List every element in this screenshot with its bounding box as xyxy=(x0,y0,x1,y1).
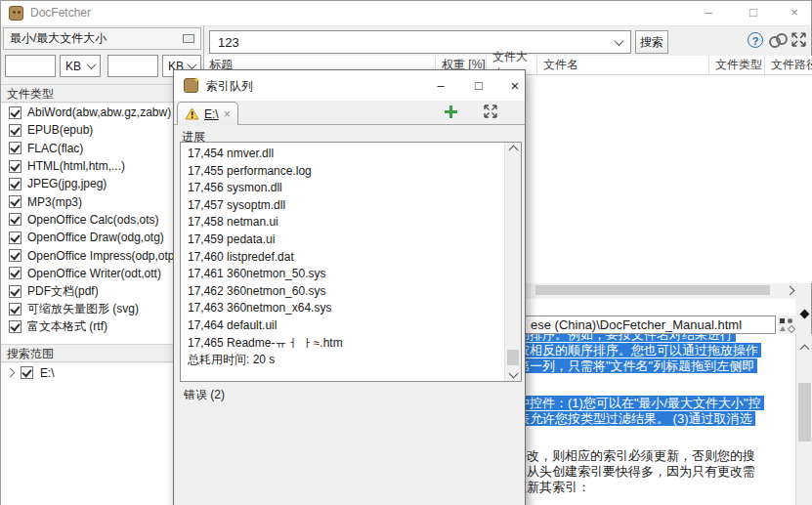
column-header-filetype[interactable]: 文件类型 xyxy=(709,56,765,74)
preferences-gear-icon[interactable] xyxy=(769,33,789,47)
checkbox-checked-icon[interactable] xyxy=(9,178,21,190)
triangle-icon xyxy=(780,326,786,331)
progress-item: 17,456 sysmon.dll xyxy=(181,180,503,197)
scroll-right-icon[interactable] xyxy=(783,283,796,297)
tree-expander-icon[interactable] xyxy=(6,368,16,378)
checkbox-checked-icon[interactable] xyxy=(9,231,21,244)
expand-window-icon[interactable] xyxy=(791,32,806,50)
dialog-icon xyxy=(184,78,198,93)
min-unit-label: KB xyxy=(65,60,81,73)
scroll-up-icon[interactable] xyxy=(505,143,521,157)
preview-highlight-block-1: 的排序。例如，要按文件名对结果进行 按相反的顺序排序。您也可以通过拖放操作 第一… xyxy=(514,327,761,374)
progress-item: 17,455 performance.log xyxy=(181,163,503,181)
preview-line: 表允许您按类型过滤结果。 (3)通过取消选 xyxy=(514,411,755,426)
filetype-label: OpenOffice Impress(odp,otp) xyxy=(27,249,179,263)
column-header-filename[interactable]: 文件名 xyxy=(537,56,709,74)
close-icon[interactable]: × xyxy=(782,3,807,22)
tab-close-icon[interactable]: × xyxy=(224,107,231,121)
index-queue-dialog: 索引队列 – □ × E:\ × 进展 17,454 nmver.dll 17,… xyxy=(173,69,526,505)
progress-item: 17,460 listpredef.dat xyxy=(181,249,503,267)
maximize-icon[interactable]: □ xyxy=(741,3,766,22)
progress-item: 17,458 netman.ui xyxy=(181,214,503,231)
filetype-label: PDF文档(pdf) xyxy=(27,283,99,300)
dialog-close-icon[interactable]: × xyxy=(500,75,530,97)
progress-list[interactable]: 17,454 nmver.dll 17,455 performance.log … xyxy=(180,142,522,382)
scope-header-label: 搜索范围 xyxy=(7,347,54,360)
minimize-to-tray-icon[interactable] xyxy=(484,105,497,121)
preview-line: 修改，则相应的索引必须更新，否则您的搜 xyxy=(514,448,755,464)
preview-line: 更新其索引： xyxy=(514,480,755,495)
minimize-icon[interactable]: – xyxy=(696,3,721,22)
checkbox-checked-icon[interactable] xyxy=(9,285,21,298)
progress-item: 17,462 360netmon_60.sys xyxy=(181,283,503,301)
preview-line: 中控件：(1)您可以在"最小/最大文件大小"控 xyxy=(514,396,764,410)
checkbox-checked-icon[interactable] xyxy=(9,160,21,173)
checkbox-checked-icon[interactable] xyxy=(9,195,21,208)
chevron-down-icon xyxy=(87,60,97,69)
checkbox-checked-icon[interactable] xyxy=(9,320,21,333)
tab-index-task[interactable]: E:\ × xyxy=(177,102,238,125)
progress-item: 17,459 pedata.ui xyxy=(181,231,503,249)
progress-item: 17,463 360netmon_x64.sys xyxy=(181,300,503,317)
progress-item: 17,464 default.uil xyxy=(181,317,503,335)
checkbox-checked-icon[interactable] xyxy=(9,303,21,316)
checkbox-checked-icon[interactable] xyxy=(21,366,33,379)
checkbox-checked-icon[interactable] xyxy=(9,142,21,154)
filetype-label: 富文本格式 (rtf) xyxy=(27,318,107,335)
add-index-icon[interactable] xyxy=(445,105,457,118)
collapse-panel-icon[interactable] xyxy=(183,34,194,43)
title-bar: DocFetcher – □ × xyxy=(1,1,811,26)
progress-vscrollbar[interactable] xyxy=(504,143,521,381)
min-size-input[interactable] xyxy=(5,55,56,77)
filetype-label: JPEG(jpg,jpeg) xyxy=(27,177,107,190)
dialog-tab-bar: E:\ × xyxy=(174,101,525,125)
total-time: 总耗用时间: 20 s xyxy=(181,352,503,369)
dialog-title-bar: 索引队列 – □ × xyxy=(174,70,525,101)
search-button-label: 搜索 xyxy=(640,34,663,51)
scope-item-label: E:\ xyxy=(40,366,55,380)
sash-handle[interactable] xyxy=(800,310,810,319)
filetype-label: HTML(html,htm,...) xyxy=(27,159,125,173)
preview-vscrollbar[interactable] xyxy=(795,334,812,505)
dialog-maximize-icon[interactable]: □ xyxy=(464,75,493,97)
min-size-unit-select[interactable]: KB xyxy=(60,55,101,77)
preview-line: 第一列，只需将"文件名"列标题拖到左侧即 xyxy=(514,358,757,373)
app-icon xyxy=(9,6,23,21)
help-icon[interactable]: ? xyxy=(748,32,763,48)
search-button[interactable]: 搜索 xyxy=(635,30,668,54)
circle-icon xyxy=(788,318,792,323)
preview-line: 按相反的顺序排序。您也可以通过拖放操作 xyxy=(514,343,761,358)
checkbox-checked-icon[interactable] xyxy=(9,213,21,226)
preview-path-field[interactable]: ese (China)\DocFetcher_Manual.html xyxy=(509,316,776,334)
filesize-header-label: 最小/最大文件大小 xyxy=(10,30,107,47)
scroll-up-icon[interactable] xyxy=(796,342,812,357)
max-size-input[interactable] xyxy=(107,55,158,77)
app-window: DocFetcher – □ × 最小/最大文件大小 KB KB 123 搜索 … xyxy=(0,0,812,505)
preview-layout-icons[interactable] xyxy=(778,316,797,334)
errors-label: 错误 (2) xyxy=(184,387,225,403)
progress-item: 17,457 sysoptm.dll xyxy=(181,197,503,215)
checkbox-checked-icon[interactable] xyxy=(9,249,21,262)
filetype-label: EPUB(epub) xyxy=(27,123,93,137)
warning-icon xyxy=(185,107,199,120)
filetype-label: 可缩放矢量图形 (svg) xyxy=(27,301,139,317)
dialog-title: 索引队列 xyxy=(206,78,253,95)
filesize-panel-header: 最小/最大文件大小 xyxy=(3,27,201,50)
preview-path: ese (China)\DocFetcher_Manual.html xyxy=(510,317,742,332)
preview-plain-block: 修改，则相应的索引必须更新，否则您的搜 比从头创建索引要快得多，因为只有更改需 … xyxy=(514,448,755,495)
checkbox-checked-icon[interactable] xyxy=(9,267,21,279)
filetype-label: FLAC(flac) xyxy=(27,142,83,155)
dialog-minimize-icon[interactable]: – xyxy=(426,75,455,97)
scroll-down-icon[interactable] xyxy=(505,366,521,381)
chevron-down-icon[interactable] xyxy=(615,36,624,46)
progress-item: 17,461 360netmon_50.sys xyxy=(181,266,503,283)
checkbox-checked-icon[interactable] xyxy=(9,106,21,119)
column-header-filepath[interactable]: 文件路径 xyxy=(765,56,812,74)
filetype-label: OpenOffice Draw(odg,otg) xyxy=(27,231,164,244)
diamond-icon xyxy=(788,325,795,333)
filetype-label: OpenOffice Writer(odt,ott) xyxy=(27,267,161,280)
search-value: 123 xyxy=(218,35,239,50)
search-input[interactable]: 123 xyxy=(209,30,631,54)
checkbox-checked-icon[interactable] xyxy=(9,124,21,137)
progress-item: 17,454 nmver.dll xyxy=(181,146,503,163)
